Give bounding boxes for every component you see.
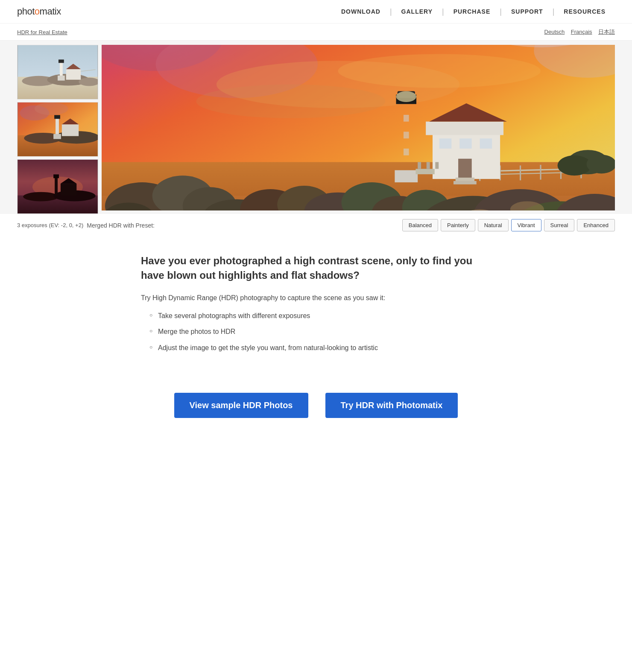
svg-rect-96	[435, 162, 439, 169]
thumbnails-column	[17, 45, 98, 214]
bullet-list: Take several photographs with different …	[141, 310, 491, 354]
subheader: HDR for Real Estate Deutsch Français 日本語	[0, 23, 632, 41]
cta-try-photomatix[interactable]: Try HDR with Photomatix	[325, 393, 458, 418]
svg-rect-94	[418, 162, 421, 169]
subheader-right: Deutsch Français 日本語	[540, 28, 615, 36]
thumbnail-3[interactable]	[17, 159, 98, 214]
svg-point-41	[196, 85, 385, 118]
svg-point-92	[396, 91, 416, 102]
preset-label: Merged HDR with Preset:	[87, 222, 155, 229]
svg-rect-6	[59, 59, 64, 63]
svg-rect-18	[54, 115, 60, 119]
svg-rect-93	[415, 169, 434, 174]
svg-rect-19	[53, 134, 61, 139]
svg-rect-17	[56, 117, 59, 136]
svg-rect-84	[454, 181, 477, 184]
svg-rect-81	[480, 138, 492, 149]
main-nav: DOWNLOAD | GALLERY | PURCHASE | SUPPORT …	[332, 7, 615, 16]
nav-support[interactable]: SUPPORT	[502, 8, 553, 15]
hdr-real-estate-link[interactable]: HDR for Real Estate	[17, 29, 67, 35]
svg-rect-20	[62, 124, 79, 136]
svg-rect-82	[458, 159, 472, 179]
svg-point-74	[558, 155, 591, 175]
nav-download[interactable]: DOWNLOAD	[332, 8, 390, 15]
preset-balanced[interactable]: Balanced	[402, 219, 438, 231]
lang-deutsch[interactable]: Deutsch	[544, 29, 565, 35]
preset-vibrant[interactable]: Vibrant	[511, 219, 541, 231]
bullet-item-1: Take several photographs with different …	[149, 310, 491, 321]
svg-point-13	[35, 102, 68, 115]
svg-rect-91	[404, 149, 409, 155]
preset-bar: 3 exposures (EV: -2, 0, +2) Merged HDR w…	[0, 214, 632, 237]
svg-point-40	[338, 54, 541, 88]
cta-sample-photos[interactable]: View sample HDR Photos	[174, 393, 308, 418]
svg-rect-29	[61, 184, 76, 196]
lang-japanese[interactable]: 日本語	[598, 29, 615, 35]
svg-rect-90	[404, 131, 409, 138]
intro-text: Try High Dynamic Range (HDR) photography…	[141, 292, 491, 304]
content-section: Have you ever photographed a high contra…	[124, 237, 508, 376]
header: photomatix DOWNLOAD | GALLERY | PURCHASE…	[0, 0, 632, 23]
preset-surreal[interactable]: Surreal	[544, 219, 575, 231]
preset-natural[interactable]: Natural	[478, 219, 509, 231]
thumbnail-2[interactable]	[17, 102, 98, 157]
svg-rect-89	[404, 115, 409, 122]
svg-rect-95	[427, 162, 430, 169]
svg-rect-8	[66, 69, 81, 80]
svg-rect-77	[426, 122, 503, 135]
main-image	[102, 45, 615, 214]
main-image-canvas	[102, 45, 615, 210]
headline: Have you ever photographed a high contra…	[141, 254, 491, 282]
image-section	[0, 41, 632, 214]
svg-rect-7	[58, 76, 65, 81]
bullet-item-2: Merge the photos to HDR	[149, 326, 491, 337]
nav-purchase[interactable]: PURCHASE	[444, 8, 500, 15]
svg-point-25	[23, 192, 59, 202]
preset-enhanced[interactable]: Enhanced	[577, 219, 615, 231]
svg-rect-88	[395, 170, 418, 182]
nav-resources[interactable]: RESOURCES	[554, 8, 615, 15]
svg-rect-83	[456, 178, 474, 181]
svg-rect-79	[439, 138, 451, 149]
svg-rect-80	[459, 138, 471, 149]
exposure-label: 3 exposures (EV: -2, 0, +2)	[17, 222, 83, 228]
logo[interactable]: photomatix	[17, 6, 61, 17]
thumbnail-1[interactable]	[17, 45, 98, 99]
svg-rect-28	[53, 174, 59, 178]
bullet-item-3: Adjust the image to get the style you wa…	[149, 342, 491, 354]
lang-francais[interactable]: Français	[571, 29, 592, 35]
cta-section: View sample HDR Photos Try HDR with Phot…	[0, 376, 632, 444]
svg-point-75	[587, 155, 615, 173]
preset-painterly[interactable]: Painterly	[441, 219, 475, 231]
nav-gallery[interactable]: GALLERY	[392, 8, 442, 15]
svg-rect-27	[55, 176, 58, 195]
preset-buttons: Balanced Painterly Natural Vibrant Surre…	[160, 219, 615, 231]
subheader-left: HDR for Real Estate	[17, 28, 67, 36]
